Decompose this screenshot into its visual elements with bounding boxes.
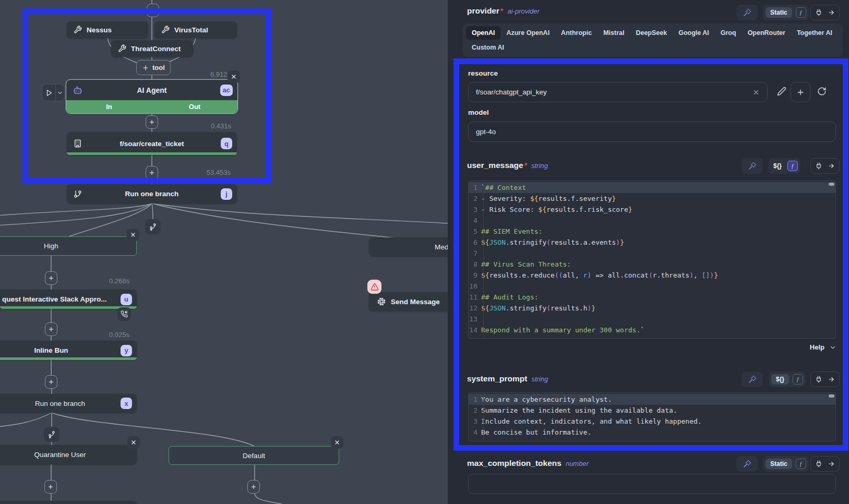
agent-in-label[interactable]: In xyxy=(66,100,152,113)
node-case-medium[interactable]: Medium xyxy=(369,237,448,256)
plus-connector-icon[interactable] xyxy=(45,271,57,285)
node-send-message[interactable]: Send Message xyxy=(369,292,448,311)
mode-toggle[interactable]: Static ƒ xyxy=(763,5,809,20)
mode-expression-label[interactable]: ${} xyxy=(771,374,789,385)
refresh-icon[interactable] xyxy=(817,87,827,96)
arrow-right-icon[interactable] xyxy=(828,162,835,170)
wand-icon[interactable] xyxy=(742,371,763,387)
function-icon[interactable]: ƒ xyxy=(787,161,798,171)
node-inline-bun[interactable]: Inline Bun y xyxy=(0,341,137,360)
add-icon[interactable] xyxy=(791,82,810,102)
code-lines[interactable]: 1`## Context2- Severity: ${results.f.sev… xyxy=(469,181,835,335)
tab-mistral[interactable]: Mistral xyxy=(597,26,630,40)
mode-toggle[interactable]: Static ƒ xyxy=(763,456,809,472)
resource-input[interactable]: f/soar/chatgpt_api_key xyxy=(468,82,768,102)
duration-badge: 0.268s xyxy=(82,277,129,285)
warning-icon[interactable] xyxy=(367,280,381,294)
edit-icon[interactable] xyxy=(777,87,786,96)
mode-toggle[interactable]: ${} ƒ xyxy=(769,371,806,387)
plus-connector-icon[interactable] xyxy=(45,375,57,389)
plus-connector-icon[interactable] xyxy=(147,4,159,17)
tab-together-ai[interactable]: Together AI xyxy=(791,26,838,40)
mode-expression-label[interactable]: ${} xyxy=(771,162,784,170)
play-icon[interactable] xyxy=(42,85,56,101)
workflow-canvas[interactable]: Nessus VirusTotal ThreatConnect tool 6.9… xyxy=(0,0,448,504)
run-node-button-group[interactable] xyxy=(42,84,65,101)
system-prompt-editor[interactable]: 1You are a cybersecurity analyst.2Summar… xyxy=(468,392,836,441)
close-icon[interactable] xyxy=(331,436,343,449)
slack-icon xyxy=(377,297,386,306)
user-message-editor[interactable]: 1`## Context2- Severity: ${results.f.sev… xyxy=(468,181,836,339)
tab-deepseek[interactable]: DeepSeek xyxy=(630,26,673,40)
tab-groq[interactable]: Groq xyxy=(715,26,742,40)
node-create-ticket[interactable]: f/soar/create_ticket q xyxy=(67,132,237,155)
wand-icon[interactable] xyxy=(736,5,758,20)
function-icon[interactable]: ƒ xyxy=(796,459,806,469)
node-run-one-branch-1[interactable]: Run one branch j xyxy=(67,184,237,203)
plus-connector-icon[interactable] xyxy=(247,480,260,494)
chevron-down-icon[interactable] xyxy=(56,85,64,101)
io-button-group[interactable] xyxy=(810,158,840,174)
agent-out-label[interactable]: Out xyxy=(152,100,237,113)
help-label[interactable]: Help xyxy=(810,343,824,351)
plug-icon[interactable] xyxy=(815,376,822,383)
plus-connector-icon[interactable] xyxy=(45,322,57,336)
max-completion-tokens-input[interactable] xyxy=(468,474,836,494)
building-icon xyxy=(74,139,82,148)
node-ref-badge: x xyxy=(121,398,132,409)
tool-handle[interactable]: tool xyxy=(136,60,171,75)
mode-toggle[interactable]: ${} ƒ xyxy=(769,158,800,174)
tab-openrouter[interactable]: OpenRouter xyxy=(742,26,791,40)
tab-anthropic[interactable]: Anthropic xyxy=(555,26,597,40)
mode-static-pill[interactable]: Static xyxy=(766,459,792,469)
node-run-one-branch-2[interactable]: Run one branch x xyxy=(0,394,137,413)
node-label: Medium xyxy=(435,243,448,251)
model-input[interactable]: gpt-4o xyxy=(468,122,836,142)
editor-scrollbar[interactable] xyxy=(829,183,834,186)
clear-icon[interactable] xyxy=(752,89,760,96)
tab-google-ai[interactable]: Google AI xyxy=(673,26,715,40)
add-branch-icon[interactable] xyxy=(44,427,59,442)
plug-icon[interactable] xyxy=(815,9,822,16)
arrow-right-icon[interactable] xyxy=(828,376,835,383)
close-icon[interactable] xyxy=(228,70,240,83)
editor-scrollbar[interactable] xyxy=(829,394,834,398)
node-threatconnect[interactable]: ThreatConnect xyxy=(111,40,193,57)
tab-azure-openai[interactable]: Azure OpenAI xyxy=(500,26,555,40)
close-icon[interactable] xyxy=(127,436,140,449)
function-icon[interactable]: ƒ xyxy=(793,374,803,385)
node-ai-agent[interactable]: AI Agent ac In Out xyxy=(66,79,238,114)
field-header-max-completion-tokens: max_completion_tokens number xyxy=(467,459,589,468)
plus-connector-icon[interactable] xyxy=(44,480,57,494)
node-case-high[interactable]: High xyxy=(0,236,137,256)
git-branch-icon xyxy=(74,190,82,198)
io-button-group[interactable] xyxy=(810,5,840,20)
node-label: Run one branch xyxy=(125,190,179,198)
tab-openai[interactable]: OpenAI xyxy=(466,26,500,40)
node-case-default[interactable]: Default xyxy=(169,446,339,465)
wand-icon[interactable] xyxy=(736,456,758,472)
help-dropdown[interactable]: Help xyxy=(810,343,836,351)
wand-icon[interactable] xyxy=(742,158,763,174)
plus-connector-icon[interactable] xyxy=(146,166,158,179)
plus-connector-icon[interactable] xyxy=(146,115,158,129)
plug-icon[interactable] xyxy=(815,162,822,170)
plug-icon[interactable] xyxy=(815,460,822,467)
close-icon[interactable] xyxy=(127,229,139,241)
code-lines[interactable]: 1You are a cybersecurity analyst.2Summar… xyxy=(469,393,835,438)
arrow-right-icon[interactable] xyxy=(828,460,835,467)
io-button-group[interactable] xyxy=(810,456,840,472)
add-branch-icon[interactable] xyxy=(145,219,161,234)
node-label: ThreatConnect xyxy=(131,45,181,53)
node-partial-bottom[interactable] xyxy=(0,501,137,504)
arrow-right-icon[interactable] xyxy=(828,9,835,16)
node-slack-approval[interactable]: quest Interactive Slack Appro... u xyxy=(0,290,137,309)
node-nessus[interactable]: Nessus xyxy=(67,21,148,38)
tab-custom-ai[interactable]: Custom AI xyxy=(466,41,510,54)
node-virustotal[interactable]: VirusTotal xyxy=(154,21,237,38)
function-icon[interactable]: ƒ xyxy=(796,7,806,18)
node-quarantine-user[interactable]: Quarantine User xyxy=(0,445,137,464)
phone-incoming-icon[interactable] xyxy=(117,307,131,321)
io-button-group[interactable] xyxy=(810,371,840,387)
mode-static-pill[interactable]: Static xyxy=(766,7,792,18)
